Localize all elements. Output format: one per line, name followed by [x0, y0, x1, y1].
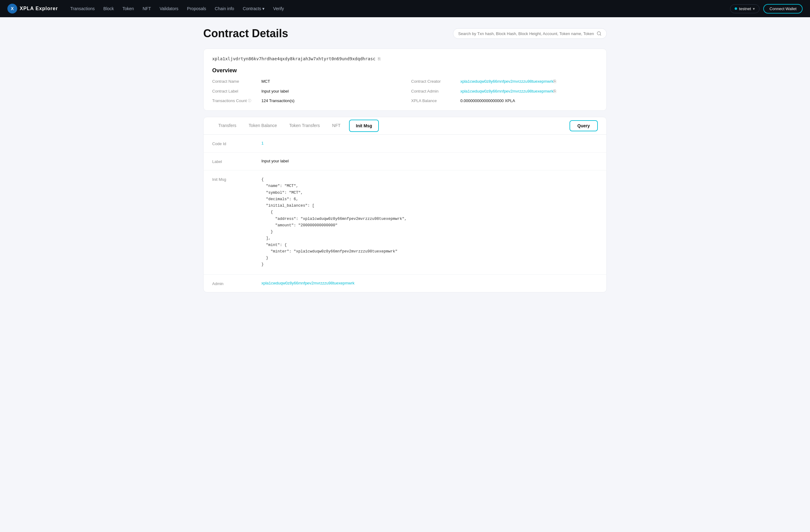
query-button[interactable]: Query	[569, 120, 598, 131]
tabs-header: Transfers Token Balance Token Transfers …	[204, 117, 606, 135]
xpla-balance-value: 0.000000000000000000 XPLA	[460, 98, 515, 103]
tab-init-msg[interactable]: Init Msg	[349, 119, 379, 132]
page-container: Contract Details xpla1xljvdrtyn86kv7hrdh…	[196, 17, 614, 302]
xpla-logo-icon: X	[7, 4, 17, 14]
nav-proposals[interactable]: Proposals	[187, 6, 206, 11]
contract-admin-label: Contract Admin	[411, 89, 460, 94]
chevron-down-icon: ▾	[262, 6, 264, 11]
overview-admin-row: Contract Admin xpla1cwduqw0z8y66mnfpev2m…	[411, 88, 598, 94]
testnet-label: testnet	[739, 6, 751, 11]
tx-count-value: 124 Transaction(s)	[261, 98, 295, 103]
detail-row-code-id: Code Id 1	[204, 135, 606, 152]
detail-row-init-msg: Init Msg { "name": "MCT", "symbol": "MCT…	[204, 171, 606, 275]
overview-label-row: Contract Label Input your label	[212, 88, 399, 94]
overview-title: Overview	[212, 67, 598, 74]
nav-transactions[interactable]: Transactions	[70, 6, 95, 11]
logo-text: XPLA Explorer	[20, 6, 58, 11]
nav-contracts[interactable]: Contracts ▾	[243, 6, 264, 11]
testnet-button[interactable]: testnet ▾	[730, 4, 760, 13]
tx-count-label: Transactions Count ⓘ	[212, 98, 261, 103]
search-bar-container	[453, 28, 607, 39]
code-id-value: 1	[261, 141, 263, 145]
tabs-left: Transfers Token Balance Token Transfers …	[212, 117, 381, 134]
tab-content: Code Id 1 Label Input your label Init Ms…	[204, 135, 606, 292]
search-icon	[597, 31, 601, 36]
copy-creator-icon[interactable]: ⎘	[553, 79, 556, 84]
svg-line-3	[600, 34, 601, 35]
nav-validators[interactable]: Validators	[160, 6, 178, 11]
chevron-down-icon: ▾	[753, 6, 755, 11]
page-header: Contract Details	[203, 27, 607, 40]
nav-links: Transactions Block Token NFT Validators …	[70, 6, 730, 11]
tab-token-transfers[interactable]: Token Transfers	[283, 118, 326, 133]
nav-verify[interactable]: Verify	[273, 6, 284, 11]
overview-name-row: Contract Name MCT	[212, 79, 399, 84]
tab-token-balance[interactable]: Token Balance	[243, 118, 283, 133]
admin-value[interactable]: xpla1cwduqw0z8y66mnfpev2mvrzzzu98tuexepm…	[261, 281, 355, 285]
info-icon: ⓘ	[248, 98, 251, 103]
contract-address-text: xpla1xljvdrtyn86kv7hrdhae4qxdy8krajah3w7…	[212, 56, 375, 61]
admin-label: Admin	[212, 281, 261, 286]
detail-row-label: Label Input your label	[204, 152, 606, 171]
contract-creator-label: Contract Creator	[411, 79, 460, 84]
search-input[interactable]	[458, 31, 594, 36]
contract-name-label: Contract Name	[212, 79, 261, 84]
xpla-balance-label: XPLA Balance	[411, 98, 460, 103]
contract-address-card: xpla1xljvdrtyn86kv7hrdhae4qxdy8krajah3w7…	[203, 49, 607, 111]
svg-text:X: X	[11, 6, 14, 11]
nav-token[interactable]: Token	[123, 6, 134, 11]
overview-creator-row: Contract Creator xpla1cwduqw0z8y66mnfpev…	[411, 79, 598, 84]
contract-creator-value[interactable]: xpla1cwduqw0z8y66mnfpev2mvrzzzu98tuexepm…	[460, 79, 553, 84]
overview-grid: Contract Name MCT Contract Creator xpla1…	[212, 79, 598, 103]
contract-label-label: Contract Label	[212, 89, 261, 94]
nav-right: testnet ▾ Connect Wallet	[730, 4, 803, 14]
detail-row-admin: Admin xpla1cwduqw0z8y66mnfpev2mvrzzzu98t…	[204, 275, 606, 292]
testnet-dot-icon	[735, 7, 737, 10]
nav-block[interactable]: Block	[103, 6, 114, 11]
contract-label-value: Input your label	[261, 89, 289, 94]
logo[interactable]: X XPLA Explorer	[7, 4, 58, 14]
contract-address-row: xpla1xljvdrtyn86kv7hrdhae4qxdy8krajah3w7…	[212, 56, 598, 61]
nav-chain-info[interactable]: Chain info	[215, 6, 234, 11]
copy-admin-icon[interactable]: ⎘	[553, 88, 556, 94]
tab-nft[interactable]: NFT	[326, 118, 346, 133]
contract-name-value: MCT	[261, 79, 270, 84]
overview-balance-row: XPLA Balance 0.000000000000000000 XPLA	[411, 98, 598, 103]
overview-txcount-row: Transactions Count ⓘ 124 Transaction(s)	[212, 98, 399, 103]
connect-wallet-button[interactable]: Connect Wallet	[763, 4, 803, 14]
init-msg-code: { "name": "MCT", "symbol": "MCT", "decim…	[261, 177, 407, 268]
label-label: Label	[212, 159, 261, 164]
copy-address-icon[interactable]: ⎘	[378, 56, 380, 61]
tab-transfers[interactable]: Transfers	[212, 118, 243, 133]
page-title: Contract Details	[203, 27, 288, 40]
init-msg-label: Init Msg	[212, 177, 261, 182]
search-button[interactable]	[597, 31, 601, 36]
label-value: Input your label	[261, 159, 289, 163]
tabs-card: Transfers Token Balance Token Transfers …	[203, 117, 607, 292]
contract-admin-value[interactable]: xpla1cwduqw0z8y66mnfpev2mvrzzzu98tuexepm…	[460, 89, 553, 94]
code-id-label: Code Id	[212, 141, 261, 146]
nav-nft[interactable]: NFT	[143, 6, 151, 11]
